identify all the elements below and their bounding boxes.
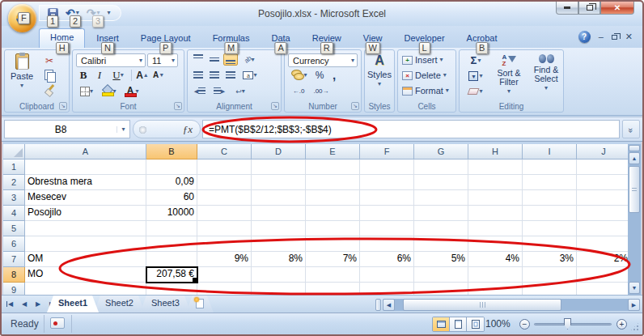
page-layout-view-button[interactable] <box>450 317 467 331</box>
cell-A9[interactable] <box>25 283 146 295</box>
copy-button[interactable] <box>40 68 58 82</box>
cell-C9[interactable] <box>197 283 252 295</box>
align-bottom-button[interactable] <box>223 53 238 66</box>
cell-G9[interactable] <box>414 283 468 295</box>
column-header-C[interactable]: C <box>197 144 252 159</box>
tab-view[interactable]: ViewW <box>353 30 393 48</box>
cell-A5[interactable] <box>25 221 146 236</box>
zoom-slider-track[interactable] <box>534 323 612 325</box>
cell-E9[interactable] <box>306 283 360 295</box>
row-header-4[interactable]: 4 <box>3 206 25 221</box>
insert-function-button[interactable]: ƒx <box>133 120 201 138</box>
decrease-decimal-button[interactable]: .00→ <box>311 85 332 97</box>
doc-close-button[interactable]: ✕ <box>625 32 633 41</box>
column-header-A[interactable]: A <box>25 144 146 159</box>
font-size-combo[interactable]: 11 <box>147 53 178 67</box>
cell-I4[interactable] <box>523 206 577 221</box>
underline-button[interactable]: U <box>108 69 128 81</box>
macro-record-icon[interactable] <box>50 317 65 329</box>
font-color-button[interactable]: A <box>121 85 142 97</box>
cell-D6[interactable] <box>252 236 306 252</box>
expand-formula-bar-button[interactable]: » <box>622 120 640 138</box>
cell-I2[interactable] <box>523 175 577 190</box>
row-header-3[interactable]: 3 <box>3 190 25 206</box>
tab-developer[interactable]: DeveloperL <box>393 30 455 48</box>
scroll-up-button[interactable]: ▲ <box>629 152 640 164</box>
cell-I5[interactable] <box>523 221 577 236</box>
cell-D1[interactable] <box>252 159 306 175</box>
normal-view-button[interactable] <box>433 317 450 331</box>
wrap-text-button[interactable]: ↩ <box>230 85 251 97</box>
cell-G3[interactable] <box>414 190 468 206</box>
sort-filter-button[interactable]: AZ Sort & Filter <box>490 54 527 95</box>
cell-H8[interactable] <box>468 267 523 283</box>
align-right-button[interactable] <box>223 69 238 81</box>
cell-G8[interactable] <box>414 267 468 283</box>
cell-G4[interactable] <box>414 206 468 221</box>
cell-H9[interactable] <box>468 283 523 295</box>
bold-button[interactable]: B <box>76 69 91 81</box>
increase-indent-button[interactable]: ▶ <box>210 85 228 97</box>
horizontal-scroll-thumb[interactable] <box>403 299 561 311</box>
vertical-scrollbar[interactable]: ▲ ▼ <box>628 144 641 295</box>
cell-C8[interactable] <box>197 267 252 283</box>
sheet-tab-sheet1[interactable]: Sheet1 <box>47 296 99 313</box>
column-header-D[interactable]: D <box>252 144 306 159</box>
cell-I8[interactable] <box>523 267 577 283</box>
tab-split-handle[interactable] <box>375 299 381 311</box>
cell-A8[interactable]: MO <box>25 267 146 283</box>
cut-button[interactable]: ✂ <box>40 53 58 67</box>
column-header-F[interactable]: F <box>360 144 414 159</box>
cell-J2[interactable] <box>577 175 631 190</box>
cell-B2[interactable]: 0,09 <box>146 175 197 190</box>
cell-A7[interactable]: OM <box>25 252 146 267</box>
cell-G7[interactable]: 5% <box>414 252 468 267</box>
cell-B6[interactable] <box>146 236 197 252</box>
cell-H1[interactable] <box>468 159 523 175</box>
tab-home[interactable]: HomeH <box>39 28 85 48</box>
cell-G5[interactable] <box>414 221 468 236</box>
font-name-combo[interactable]: Calibri <box>76 53 146 67</box>
cell-F2[interactable] <box>360 175 414 190</box>
cell-J4[interactable] <box>577 206 631 221</box>
align-center-button[interactable] <box>207 69 222 81</box>
doc-restore-button[interactable] <box>612 35 617 40</box>
cell-E4[interactable] <box>306 206 360 221</box>
cell-F8[interactable] <box>360 267 414 283</box>
accounting-format-button[interactable] <box>288 69 311 81</box>
cell-G1[interactable] <box>414 159 468 175</box>
cell-I6[interactable] <box>523 236 577 252</box>
cell-B7[interactable] <box>146 252 197 267</box>
column-header-H[interactable]: H <box>468 144 523 159</box>
cell-C6[interactable] <box>197 236 252 252</box>
cell-F3[interactable] <box>360 190 414 206</box>
insert-cells-button[interactable]: Insert <box>402 55 443 65</box>
percent-style-button[interactable]: % <box>312 69 327 81</box>
cell-B8[interactable]: 207,58 € <box>146 267 197 283</box>
scroll-left-button[interactable]: ◀ <box>383 299 395 311</box>
merge-center-button[interactable]: a <box>239 69 261 81</box>
cell-J6[interactable] <box>577 236 631 252</box>
cell-D8[interactable] <box>252 267 306 283</box>
doc-minimize-button[interactable]: – <box>599 32 604 41</box>
cell-E8[interactable] <box>306 267 360 283</box>
formula-input[interactable]: =PMT($B$2/12;$B$3;-$B$4) <box>202 120 620 138</box>
column-header-E[interactable]: E <box>306 144 360 159</box>
format-cells-button[interactable]: Format <box>402 86 449 96</box>
cell-E3[interactable] <box>306 190 360 206</box>
tab-data[interactable]: DataA <box>261 30 300 48</box>
cell-D5[interactable] <box>252 221 306 236</box>
sheet-tab-sheet2[interactable]: Sheet2 <box>94 296 145 313</box>
clipboard-dialog-launcher[interactable] <box>59 102 67 110</box>
cell-D2[interactable] <box>252 175 306 190</box>
cell-H7[interactable]: 4% <box>468 252 523 267</box>
select-all-corner[interactable] <box>3 144 25 159</box>
cell-J8[interactable] <box>577 267 631 283</box>
format-painter-button[interactable] <box>40 83 58 96</box>
cell-J9[interactable] <box>577 283 631 295</box>
zoom-out-button[interactable]: − <box>519 319 530 330</box>
cell-E1[interactable] <box>306 159 360 175</box>
cell-A3[interactable]: Mesecev <box>25 190 146 206</box>
horizontal-scrollbar[interactable]: ◀ ▶ <box>383 299 640 311</box>
cell-C2[interactable] <box>197 175 252 190</box>
